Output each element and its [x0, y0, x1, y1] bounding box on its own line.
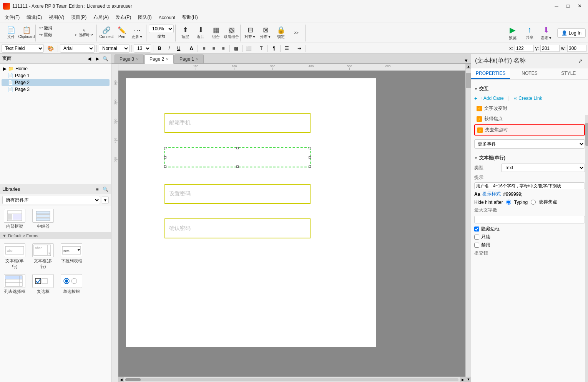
x-input[interactable]	[515, 45, 534, 52]
toolbar-clipboard-btn[interactable]: 📋 Clipboard	[19, 25, 34, 41]
lock-btn[interactable]: 🔒 锁定	[274, 25, 288, 41]
hint-style-label[interactable]: 提示样式	[482, 191, 501, 197]
hide-hint-typing-radio[interactable]	[506, 200, 511, 205]
resize-ne[interactable]	[309, 147, 311, 149]
lib-textarea[interactable]: abcd 文本框(多行)	[30, 242, 56, 271]
font-color-btn[interactable]: A	[187, 44, 196, 53]
add-case-btn[interactable]: + Add Case	[480, 96, 503, 101]
more-events-select[interactable]: 更多事件	[474, 139, 585, 149]
lib-textfield[interactable]: abc 文本框(单行)	[2, 242, 28, 271]
more-btn[interactable]: ⋯ 更多▼	[130, 25, 145, 41]
lib-listbox[interactable]: 列表选择框	[2, 273, 28, 296]
resize-nw[interactable]	[164, 147, 166, 149]
pen-btn[interactable]: ✏️ Pen	[115, 25, 129, 41]
pages-back-btn[interactable]: ◀	[86, 55, 93, 62]
indent-btn[interactable]: ⇥	[295, 44, 304, 53]
vscroll-up-btn[interactable]: ▲	[466, 64, 471, 69]
menu-project[interactable]: 项目(P)	[68, 13, 90, 22]
libs-search-btn[interactable]: 🔍	[102, 186, 109, 193]
preview-btn[interactable]: ▶ 预览	[505, 25, 520, 41]
resize-n[interactable]	[236, 147, 239, 149]
dist-btn[interactable]: ⊠ 分布▼	[258, 25, 273, 41]
font-family-select[interactable]: Arial	[60, 44, 95, 53]
para-btn[interactable]: ¶	[270, 44, 278, 53]
page-tree-page2[interactable]: 📄 Page 2	[2, 79, 110, 86]
align-left-btn[interactable]: ≡	[200, 44, 208, 53]
widget-type-select[interactable]: Text Field	[2, 44, 44, 53]
lib-repeater[interactable]: 中继器	[30, 208, 56, 230]
vscroll-down-btn[interactable]: ▼	[466, 377, 471, 382]
libs-all-select[interactable]: 所有部件库	[2, 196, 100, 204]
publish-btn[interactable]: ⬇ 发布▼	[539, 25, 554, 41]
max-chars-input[interactable]	[474, 216, 585, 223]
align-center-btn[interactable]: ≡	[209, 44, 218, 53]
lib-checkbox[interactable]: 复选框	[30, 273, 56, 296]
tab-page2-close[interactable]: ✕	[166, 57, 169, 61]
menu-help[interactable]: 帮助(H)	[179, 13, 201, 22]
fill-color-btn[interactable]: ▩	[232, 44, 240, 53]
w-input[interactable]	[567, 45, 586, 52]
tab-page3[interactable]: Page 3 ✕	[115, 55, 144, 63]
canvas-container[interactable]: 邮箱手机	[118, 71, 465, 377]
hscroll-thumb[interactable]	[125, 378, 141, 381]
top-btn[interactable]: ⬆ 顶层	[178, 25, 193, 41]
page-tree-page3[interactable]: 📄 Page 3	[2, 86, 110, 93]
hint-input[interactable]	[474, 182, 585, 189]
canvas-field-1[interactable]: 邮箱手机	[164, 113, 311, 133]
undo-btn[interactable]: ↩ 撤消	[38, 25, 53, 31]
bold-btn[interactable]: B	[155, 44, 164, 53]
type-select[interactable]: Text Password Email Number	[501, 164, 585, 172]
event-text-change[interactable]: ⚡ 文字改变时	[474, 104, 585, 113]
login-button[interactable]: 👤 Log In	[557, 28, 586, 38]
hscroll-left-btn[interactable]: ◀	[118, 377, 124, 382]
resize-w[interactable]	[164, 156, 166, 159]
page-tree-page1[interactable]: 📄 Page 1	[2, 72, 110, 79]
resize-e[interactable]	[309, 156, 311, 159]
canvas-field-3[interactable]: 设置密码	[164, 184, 311, 204]
menu-publish[interactable]: 发布(P)	[113, 13, 134, 22]
vscroll-thumb[interactable]	[466, 73, 471, 88]
text-style-btn[interactable]: T	[257, 44, 266, 53]
lib-dropdown[interactable]: Item 下拉列表框	[58, 242, 85, 271]
event-focus[interactable]: ⚡ 获得焦点	[474, 114, 585, 124]
connect-btn[interactable]: 🔗 Connect	[99, 25, 114, 41]
hscroll-right-btn[interactable]: ▶	[460, 377, 465, 382]
create-link-btn[interactable]: ∞ Create Link	[514, 96, 542, 101]
resize-s[interactable]	[236, 165, 239, 168]
tab-page3-close[interactable]: ✕	[136, 57, 139, 61]
pages-search-btn[interactable]: 🔍	[102, 55, 109, 62]
back-btn[interactable]: ⬇ 返回	[193, 25, 208, 41]
add-case-plus[interactable]: +	[474, 95, 477, 101]
toolbar-file-btn[interactable]: 📄 文件	[4, 25, 18, 41]
share-btn[interactable]: ↑ 共享	[522, 25, 537, 41]
tab-page2[interactable]: Page 2 ✕	[145, 55, 174, 64]
lib-iframe[interactable]: 内部框架	[2, 208, 28, 230]
menu-account[interactable]: Account	[156, 14, 178, 21]
resize-se[interactable]	[309, 165, 311, 168]
menu-edit[interactable]: 编辑(E)	[23, 13, 45, 22]
border-color-btn[interactable]: ⬜	[244, 44, 253, 53]
vscroll[interactable]: ▲ ▼	[465, 64, 471, 382]
zoom-select[interactable]: 100% 75% 50% 150% 200%	[149, 25, 174, 33]
page-tree-home[interactable]: ▶ 📁 Home	[2, 65, 110, 72]
canvas-field-2[interactable]	[164, 147, 311, 167]
tabs-overflow-btn[interactable]: ▼	[462, 58, 471, 63]
font-style-select[interactable]: Normal Bold Italic	[99, 44, 130, 53]
resize-sw[interactable]	[164, 165, 166, 168]
ungroup-btn[interactable]: ▧ 取消组合	[224, 25, 239, 41]
menu-layout[interactable]: 布局(A)	[90, 13, 112, 22]
forms-section-header[interactable]: ▼ Default > Forms	[0, 232, 111, 239]
more2-btn[interactable]: >>	[289, 25, 304, 41]
italic-btn[interactable]: I	[165, 44, 173, 53]
widget-style-btn[interactable]: 🎨	[45, 43, 56, 54]
canvas-hscroll[interactable]: ◀ ▶	[118, 377, 465, 382]
menu-view[interactable]: 视图(V)	[46, 13, 67, 22]
event-blur[interactable]: ⚡ 失去焦点时	[474, 124, 585, 136]
tab-page1-close[interactable]: ✕	[196, 57, 199, 61]
list-btn[interactable]: ☰	[282, 44, 291, 53]
canvas-field-4[interactable]: 确认密码	[164, 218, 311, 238]
inspector-expand-btn[interactable]: ⤢	[576, 57, 584, 65]
align-right-btn[interactable]: ≡	[219, 44, 228, 53]
font-size-select[interactable]: 13 8 10 12 14 16 18	[134, 44, 151, 53]
tab-page1[interactable]: Page 1 ✕	[174, 55, 204, 63]
